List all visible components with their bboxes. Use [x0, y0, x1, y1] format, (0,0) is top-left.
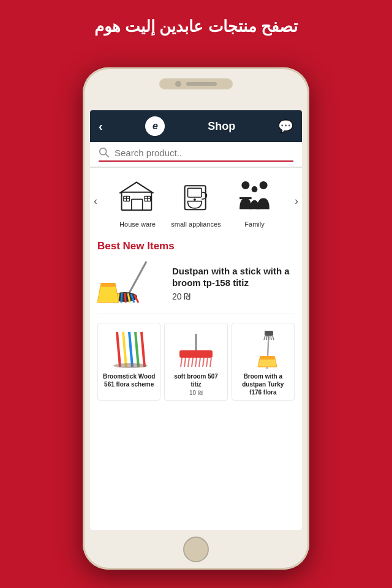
svg-line-50 [271, 336, 271, 340]
category-label-appliances: small appliances [171, 221, 221, 228]
featured-product-name: Dustpan with a stick with a broom tp-158… [172, 265, 295, 289]
app-header: ‹ e Shop 💬 [90, 110, 302, 142]
svg-line-42 [210, 358, 211, 367]
category-item-family[interactable]: Family [230, 174, 279, 228]
product-card-1[interactable]: soft broom 507 titiz 10 ₪ [164, 323, 227, 401]
svg-point-15 [260, 181, 268, 189]
svg-line-29 [129, 332, 132, 367]
category-label-family: Family [244, 221, 264, 228]
product-name-1: soft broom 507 titiz [168, 372, 223, 388]
appliances-icon [175, 174, 217, 217]
svg-line-41 [206, 358, 208, 367]
svg-point-16 [252, 186, 258, 192]
product-card-0[interactable]: Broomstick Wood 561 flora scheme [97, 323, 160, 401]
svg-line-39 [199, 358, 200, 367]
phone-camera [175, 81, 181, 87]
categories-section: ‹ [90, 168, 302, 234]
product-name-0: Broomstick Wood 561 flora scheme [102, 372, 156, 388]
svg-line-48 [266, 336, 267, 340]
back-button[interactable]: ‹ [99, 119, 103, 134]
svg-line-51 [273, 336, 274, 340]
featured-product[interactable]: Dustpan with a stick with a broom tp-158… [97, 258, 295, 314]
svg-point-12 [194, 198, 196, 200]
svg-line-28 [123, 332, 126, 367]
featured-product-price: 20 ₪ [172, 292, 295, 301]
header-title: Shop [208, 120, 235, 133]
featured-product-info: Dustpan with a stick with a broom tp-158… [172, 265, 295, 301]
svg-line-40 [203, 358, 204, 367]
phone-frame: ‹ e Shop 💬 ‹ [83, 67, 309, 570]
svg-rect-46 [265, 331, 273, 336]
best-items-section: Best New Items [90, 234, 302, 530]
svg-rect-33 [179, 350, 213, 358]
svg-point-32 [113, 363, 148, 368]
svg-line-31 [141, 332, 145, 367]
carousel-right-arrow[interactable]: › [295, 195, 298, 208]
app-logo: e [145, 116, 165, 136]
svg-line-35 [184, 358, 186, 367]
category-label-houseware: House ware [119, 221, 156, 228]
svg-line-27 [117, 332, 120, 367]
search-underline [99, 160, 293, 162]
category-item-houseware[interactable]: House ware [113, 174, 162, 228]
page-title: تصفح منتجات عابدين إليت هوم [0, 0, 392, 48]
chat-icon[interactable]: 💬 [278, 119, 293, 134]
svg-line-17 [128, 262, 146, 295]
houseware-icon [116, 174, 159, 217]
svg-line-37 [192, 358, 193, 367]
page-background: تصفح منتجات عابدين إليت هوم ‹ e Shop 💬 [0, 0, 392, 48]
svg-rect-11 [188, 188, 202, 197]
family-icon [233, 174, 276, 217]
product-image-0 [105, 327, 154, 370]
svg-line-21 [121, 293, 122, 303]
svg-line-38 [195, 358, 197, 367]
search-bar [90, 142, 302, 168]
svg-point-13 [241, 181, 249, 189]
search-input[interactable] [115, 148, 293, 158]
carousel-left-arrow[interactable]: ‹ [94, 195, 97, 208]
product-price-1: 10 ₪ [189, 390, 203, 396]
category-item-appliances[interactable]: small appliances [171, 174, 221, 228]
featured-product-image [97, 258, 165, 307]
phone-notch [159, 78, 233, 89]
svg-line-34 [181, 358, 182, 367]
product-image-1 [172, 327, 221, 370]
svg-rect-3 [132, 199, 143, 210]
svg-line-47 [264, 336, 265, 340]
product-name-2: Broom with a dustpan Turky f176 flora [236, 372, 290, 396]
svg-line-36 [188, 358, 189, 367]
page-title-text: تصفح منتجات عابدين إليت هوم [94, 17, 298, 36]
svg-line-22 [125, 293, 126, 303]
product-image-2 [238, 327, 287, 370]
svg-line-30 [135, 332, 138, 367]
svg-point-0 [100, 148, 107, 155]
search-icon [99, 147, 110, 158]
svg-line-1 [106, 154, 109, 157]
home-button[interactable] [183, 537, 209, 562]
section-title: Best New Items [97, 240, 295, 252]
phone-screen: ‹ e Shop 💬 ‹ [90, 110, 302, 530]
categories-row: House ware [90, 174, 302, 228]
product-card-2[interactable]: Broom with a dustpan Turky f176 flora [232, 323, 295, 401]
svg-rect-26 [100, 283, 116, 287]
phone-speaker [186, 82, 217, 86]
svg-rect-45 [260, 356, 275, 360]
product-grid: Broomstick Wood 561 flora scheme [97, 323, 295, 401]
svg-rect-14 [239, 197, 252, 198]
